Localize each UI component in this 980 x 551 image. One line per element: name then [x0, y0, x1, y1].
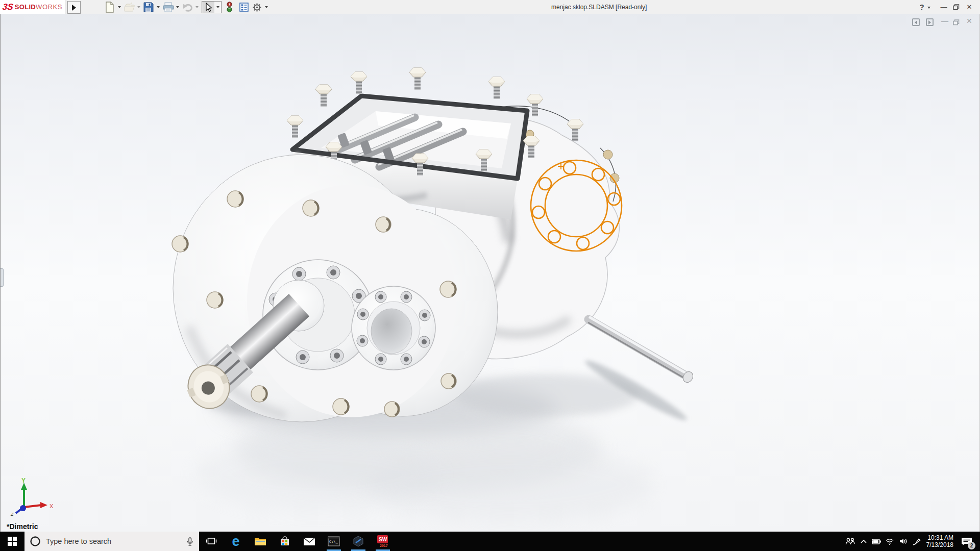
reference-triad: Y X Z [5, 477, 56, 516]
solidworks-2017-icon: SW 2017 [376, 534, 389, 548]
open-button[interactable] [124, 2, 135, 13]
chevron-down-icon [157, 6, 160, 8]
chevron-down-icon [927, 7, 930, 9]
document-title: menjac sklop.SLDASM [Read-only] [551, 0, 647, 14]
task-pane-button[interactable] [239, 2, 249, 13]
select-tool-button[interactable] [202, 1, 215, 13]
task-pane-list-icon [239, 2, 249, 12]
taskbar-clock[interactable]: 10:31 AM 7/13/2018 [926, 534, 953, 548]
search-placeholder: Type here to search [46, 537, 186, 545]
hexagon-app-button[interactable] [346, 532, 371, 551]
people-button[interactable] [844, 532, 857, 551]
triad-z-label: Z [10, 512, 14, 516]
graphics-area[interactable]: — ✕ [0, 14, 980, 532]
view-orientation-label: *Dimetric [7, 522, 38, 531]
close-button[interactable]: ✕ [964, 0, 975, 14]
chevron-down-icon [216, 6, 219, 8]
solidworks-logo: 3S SOLIDWORKS [0, 0, 65, 14]
brand-text-bold: SOLID [15, 3, 36, 11]
file-explorer-icon [254, 537, 266, 546]
undo-icon [182, 3, 193, 12]
cortana-icon [30, 536, 41, 547]
wifi-icon [885, 537, 895, 545]
task-view-icon [206, 537, 217, 546]
settings-gear-icon [252, 3, 262, 12]
battery-button[interactable] [870, 532, 884, 551]
windows-ink-button[interactable] [910, 532, 923, 551]
windows-taskbar: Type here to search e [0, 532, 980, 551]
flyout-arrow-icon [72, 5, 76, 11]
open-icon [124, 2, 135, 12]
volume-icon [899, 537, 908, 545]
help-dropdown[interactable] [927, 2, 930, 13]
print-dropdown[interactable] [176, 2, 179, 13]
svg-text:C:\_: C:\_ [329, 540, 338, 544]
select-tool-dropdown[interactable] [214, 1, 222, 13]
restore-icon [953, 4, 960, 10]
battery-icon [871, 537, 882, 545]
windows-logo-icon [8, 537, 17, 546]
triad-y-label: Y [21, 477, 26, 484]
hexagon-app-icon [352, 535, 364, 547]
restore-button[interactable] [950, 0, 962, 14]
task-view-button[interactable] [199, 532, 224, 551]
edge-button[interactable]: e [224, 532, 248, 551]
people-icon [845, 537, 855, 545]
volume-button[interactable] [897, 532, 910, 551]
save-icon [143, 2, 154, 12]
solidworks-logo-mark-icon: 3S [2, 2, 14, 12]
print-icon [163, 2, 174, 12]
chevron-down-icon [265, 6, 268, 8]
secondary-shaft-flange [352, 286, 435, 370]
svg-text:SW: SW [379, 537, 387, 542]
taskbar-apps: e C:\_ [199, 532, 395, 551]
clock-time: 10:31 AM [926, 534, 953, 541]
wifi-button[interactable] [884, 532, 897, 551]
edge-icon: e [232, 535, 239, 548]
rebuild-traffic-light-icon [226, 2, 233, 13]
svg-text:2017: 2017 [380, 544, 388, 547]
mail-button[interactable] [297, 532, 322, 551]
print-button[interactable] [163, 2, 174, 13]
command-prompt-icon: C:\_ [328, 536, 340, 546]
action-center-button[interactable]: 2 [958, 532, 976, 551]
microsoft-store-button[interactable] [273, 532, 297, 551]
tray-overflow-button[interactable] [857, 532, 870, 551]
system-tray: 10:31 AM 7/13/2018 2 [844, 532, 980, 551]
clock-date: 7/13/2018 [926, 541, 953, 548]
chevron-down-icon [137, 6, 140, 8]
chevron-down-icon [176, 6, 179, 8]
new-document-button[interactable] [105, 2, 114, 13]
command-prompt-button[interactable]: C:\_ [322, 532, 346, 551]
notification-badge: 2 [968, 542, 975, 549]
microphone-icon[interactable] [186, 537, 194, 546]
titlebar: 3S SOLIDWORKS [0, 0, 980, 15]
mail-icon [303, 537, 315, 546]
microsoft-store-icon [279, 536, 290, 547]
open-dropdown[interactable] [137, 2, 140, 13]
save-button[interactable] [143, 2, 154, 13]
rebuild-button[interactable] [226, 2, 233, 13]
options-button[interactable] [252, 2, 262, 13]
taskbar-search-input[interactable]: Type here to search [24, 532, 199, 551]
file-explorer-button[interactable] [248, 532, 273, 551]
new-document-dropdown[interactable] [118, 2, 121, 13]
triad-x-label: X [50, 503, 54, 509]
chevron-down-icon [195, 6, 199, 8]
options-dropdown[interactable] [265, 2, 268, 13]
pen-icon [912, 537, 921, 546]
start-button[interactable] [0, 532, 24, 551]
save-dropdown[interactable] [157, 2, 160, 13]
select-cursor-icon [205, 3, 212, 12]
undo-button[interactable] [182, 2, 193, 13]
chevron-up-icon [860, 539, 867, 544]
undo-dropdown[interactable] [195, 2, 199, 13]
solidworks-2017-button[interactable]: SW 2017 [371, 532, 395, 551]
brand-text-light: WORKS [36, 3, 62, 11]
minimize-button[interactable]: — [938, 0, 949, 14]
new-document-icon [105, 2, 114, 13]
menu-flyout-button[interactable] [67, 1, 81, 14]
gearbox-assembly-model[interactable] [1, 14, 980, 532]
help-button[interactable]: ? [917, 0, 927, 14]
chevron-down-icon [118, 6, 121, 8]
